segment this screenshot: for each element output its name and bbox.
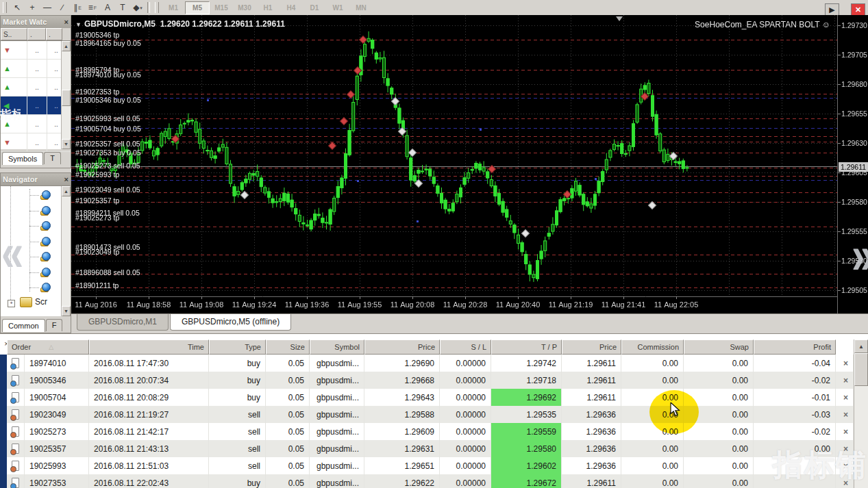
text-tool-icon[interactable]: A — [100, 1, 115, 14]
column-bid[interactable]: . — [27, 28, 46, 40]
chart-area[interactable] — [71, 15, 837, 313]
column-header-swap[interactable]: Swap — [684, 339, 754, 355]
close-order-icon[interactable]: × — [843, 427, 848, 437]
timeframe-h4-button[interactable]: H4 — [280, 2, 303, 14]
crosshair-tool-icon[interactable]: + — [25, 1, 40, 14]
timeframe-d1-button[interactable]: D1 — [303, 2, 326, 14]
timeframe-group: M1M5M15M30H1H4D1W1MN — [162, 1, 373, 14]
close-order-icon[interactable]: × — [843, 444, 848, 454]
order-row[interactable]: 189740102016.08.11 17:47:30buy0.05gbpusd… — [7, 355, 854, 372]
timeframe-w1-button[interactable]: W1 — [326, 2, 349, 14]
scroll-thumb[interactable] — [62, 90, 71, 106]
horizontal-line-tool-icon[interactable]: — — [40, 1, 55, 14]
account-item[interactable] — [40, 190, 51, 200]
navigator-scrollbar[interactable]: ▲ ▼ — [61, 186, 71, 316]
order-row[interactable]: 190259932016.08.11 21:51:03sell0.05gbpus… — [7, 457, 854, 474]
market-watch-scrollbar[interactable]: ▲ ▼ — [61, 41, 71, 149]
toolbar-grip[interactable] — [3, 2, 7, 13]
timeframe-mn-button[interactable]: MN — [349, 2, 373, 14]
scroll-down-icon[interactable]: ▼ — [62, 306, 71, 316]
account-item[interactable] — [40, 237, 51, 246]
order-row[interactable]: 190273532016.08.11 22:02:43buy0.05gbpusd… — [7, 474, 854, 488]
timeframe-m30-button[interactable]: M30 — [233, 2, 256, 14]
scroll-down-icon[interactable]: ▼ — [62, 139, 71, 149]
column-header-profit[interactable]: Profit — [754, 339, 836, 355]
market-watch-row[interactable]: ▲.... — [1, 78, 71, 97]
timeframe-h1-button[interactable]: H1 — [256, 2, 280, 14]
order-row[interactable]: 190053462016.08.11 20:07:34buy0.05gbpusd… — [7, 372, 854, 389]
timeframe-m5-button[interactable]: M5 — [185, 1, 210, 14]
column-header-price2[interactable]: Price — [562, 339, 621, 355]
account-item[interactable] — [40, 283, 51, 292]
chart-tab-m1[interactable]: GBPUSDmicro,M1 — [77, 314, 169, 331]
column-header-type[interactable]: Type — [209, 339, 266, 355]
fibonacci-tool-icon[interactable]: ≡F — [85, 1, 100, 14]
order-type: sell — [209, 406, 266, 423]
account-item[interactable] — [40, 252, 51, 261]
close-order-icon[interactable]: × — [843, 410, 848, 420]
account-item[interactable] — [40, 206, 51, 216]
market-watch-row[interactable]: ◀.... — [1, 97, 71, 115]
order-row[interactable]: 190057042016.08.11 20:08:29buy0.05gbpusd… — [7, 389, 854, 406]
scroll-up-icon[interactable]: ▲ — [62, 41, 71, 51]
column-header-sl[interactable]: S / L — [440, 339, 491, 355]
scroll-thumb[interactable] — [854, 353, 868, 386]
account-item[interactable] — [40, 268, 51, 277]
order-row[interactable]: 190252732016.08.11 21:42:17sell0.05gbpus… — [7, 423, 854, 440]
equidistant-channel-tool-icon[interactable]: ∥E — [70, 1, 85, 14]
navigator-close-icon[interactable]: × — [64, 175, 69, 183]
column-header-symbol[interactable]: Symbol — [310, 339, 364, 355]
order-icon-cell — [7, 372, 25, 389]
column-header-order[interactable]: Order△ — [7, 339, 89, 355]
tab-tick-chart[interactable]: T — [44, 152, 61, 164]
price-axis[interactable]: 1.297301.297051.296801.296551.296301.296… — [837, 15, 868, 313]
timeframe-m15-button[interactable]: M15 — [210, 2, 233, 14]
order-open-price: 1.29631 — [364, 440, 440, 457]
order-close-cell: × — [836, 372, 854, 389]
terminal-scrollbar[interactable]: ▲ — [854, 339, 868, 488]
column-header-price[interactable]: Price — [364, 339, 440, 355]
column-ask[interactable]: . — [46, 28, 62, 40]
close-order-icon[interactable]: × — [843, 359, 848, 368]
market-watch-row[interactable]: ▲.... — [1, 60, 71, 78]
market-watch-row[interactable]: ▼.... — [1, 133, 71, 152]
tab-favorites[interactable]: F — [46, 319, 63, 331]
pointer-tool-icon[interactable]: ↖ — [10, 1, 25, 14]
toolbar-grip-2[interactable] — [155, 2, 159, 13]
close-order-icon[interactable]: × — [843, 376, 848, 385]
order-open-price: 1.29622 — [364, 474, 440, 488]
close-order-icon[interactable]: × — [843, 461, 848, 471]
arrows-tool-icon[interactable]: ◆▾ — [130, 1, 145, 14]
navigator-titlebar[interactable]: Navigator × — [1, 173, 71, 185]
order-row[interactable]: 190230492016.08.11 21:19:27sell0.05gbpus… — [7, 406, 854, 423]
market-watch-row[interactable]: ▲.... — [1, 115, 71, 133]
account-item[interactable] — [40, 221, 51, 231]
tab-symbols[interactable]: Symbols — [2, 152, 43, 165]
scroll-up-icon[interactable]: ▲ — [62, 186, 71, 196]
navigator-panel: Navigator × + Scr ▲ ▼ Common F — [0, 172, 71, 333]
timeframe-m1-button[interactable]: M1 — [162, 2, 185, 14]
order-row[interactable]: 190253572016.08.11 21:43:13sell0.05gbpus… — [7, 440, 854, 457]
column-header-commission[interactable]: Commission — [621, 339, 684, 355]
column-symbol[interactable]: S.. — [1, 28, 27, 40]
order-swap: 0.00 — [684, 457, 754, 474]
close-order-icon[interactable]: × — [843, 478, 848, 488]
text-label-tool-icon[interactable]: T — [115, 1, 130, 14]
order-tp: 1.29692 — [491, 389, 562, 406]
order-type: buy — [209, 389, 266, 406]
order-id: 19005346 — [25, 372, 89, 389]
scripts-label[interactable]: Scr — [35, 297, 47, 307]
tab-common[interactable]: Common — [2, 319, 45, 332]
market-watch-row[interactable]: ▼.... — [1, 41, 71, 60]
close-order-icon[interactable]: × — [843, 393, 848, 402]
market-watch-close-icon[interactable]: × — [64, 18, 69, 26]
trendline-tool-icon[interactable]: ∕ — [55, 1, 70, 14]
column-header-time[interactable]: Time — [89, 339, 209, 355]
market-watch-titlebar[interactable]: Market Watc × — [1, 16, 71, 28]
chart-tab-m5-offline[interactable]: GBPUSDmicro,M5 (offline) — [170, 314, 291, 331]
expand-icon[interactable]: + — [8, 300, 15, 307]
scroll-up-icon[interactable]: ▲ — [854, 339, 868, 353]
column-header-tp[interactable]: T / P — [491, 339, 562, 355]
order-open-price: 1.29643 — [364, 389, 440, 406]
column-header-size[interactable]: Size — [266, 339, 310, 355]
